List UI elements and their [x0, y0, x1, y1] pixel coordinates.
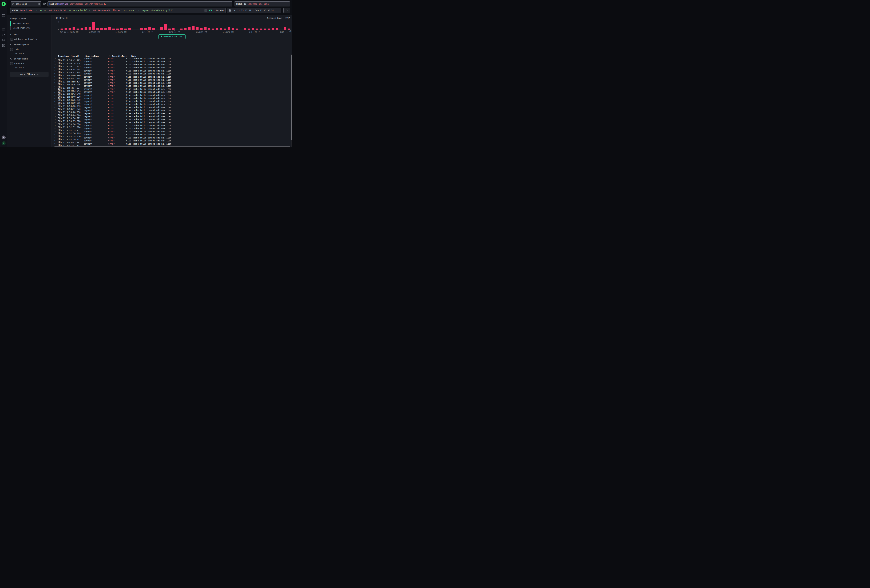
log-row[interactable]: >Jun 11 1:55:59.760 PMpaymenterrorVisa c… — [52, 75, 290, 79]
servicename-load-more[interactable]: Load more — [10, 67, 49, 69]
row-expand-chevron-icon[interactable]: > — [54, 73, 58, 75]
denoise-checkbox[interactable] — [10, 38, 13, 40]
row-expand-chevron-icon[interactable]: > — [54, 67, 58, 69]
dashboard-grid-icon[interactable] — [0, 43, 7, 48]
row-expand-chevron-icon[interactable]: > — [54, 82, 58, 84]
histogram-slot — [283, 22, 287, 30]
row-expand-chevron-icon[interactable]: > — [54, 91, 58, 93]
log-row[interactable]: >Jun 11 1:53:10.922 PMpaymenterrorVisa c… — [52, 118, 290, 121]
user-avatar[interactable]: U — [2, 141, 6, 145]
laptop-icon[interactable] — [0, 37, 7, 43]
row-expand-chevron-icon[interactable]: > — [54, 88, 58, 90]
row-expand-chevron-icon[interactable]: > — [54, 97, 58, 99]
sql-mode-option[interactable]: SQL — [209, 9, 213, 12]
table-options-kebab-icon[interactable]: ⋮ — [290, 55, 292, 57]
log-row[interactable]: >Jun 11 1:53:05.578 PMpaymenterrorVisa c… — [52, 121, 290, 124]
log-row[interactable]: >Jun 11 1:52:35.232 PMpaymenterrorVisa c… — [52, 130, 290, 133]
filter-option-info[interactable]: info — [10, 48, 49, 51]
query-token — [66, 9, 67, 12]
row-expand-chevron-icon[interactable]: > — [54, 140, 58, 142]
log-row[interactable]: >Jun 11 1:54:40.218 PMpaymenterrorVisa c… — [52, 97, 290, 100]
row-expand-chevron-icon[interactable]: > — [54, 64, 58, 65]
row-expand-chevron-icon[interactable]: > — [54, 58, 58, 60]
log-row[interactable]: >Jun 11 1:56:08.948 PMpaymenterrorVisa c… — [52, 69, 290, 72]
column-header-severitytext[interactable]: SeverityText — [112, 55, 130, 57]
line-chart-icon[interactable] — [0, 32, 7, 37]
row-expand-chevron-icon[interactable]: > — [54, 76, 58, 78]
log-row[interactable]: >Jun 11 1:54:06.953 PMpaymenterrorVisa c… — [52, 106, 290, 109]
row-expand-chevron-icon[interactable]: > — [54, 116, 58, 118]
log-row[interactable]: >Jun 11 1:55:16.296 PMpaymenterrorVisa c… — [52, 85, 290, 88]
row-expand-chevron-icon[interactable]: > — [54, 122, 58, 124]
row-expand-chevron-icon[interactable]: > — [54, 70, 58, 71]
log-row[interactable]: >Jun 11 1:52:30.469 PMpaymenterrorVisa c… — [52, 133, 290, 136]
panel-left-icon[interactable] — [0, 13, 7, 18]
search-icon[interactable] — [10, 58, 12, 60]
row-expand-chevron-icon[interactable]: > — [54, 85, 58, 87]
log-row[interactable]: >Jun 11 1:53:41.873 PMpaymenterrorVisa c… — [52, 109, 290, 112]
log-row[interactable]: >Jun 11 1:55:07.827 PMpaymenterrorVisa c… — [52, 88, 290, 91]
row-expand-chevron-icon[interactable]: > — [54, 137, 58, 138]
log-row[interactable]: >Jun 11 1:52:02.581 PMpaymenterrorVisa c… — [52, 142, 290, 146]
severitytext-load-more[interactable]: Load more — [10, 52, 49, 55]
hyperdx-logo-icon[interactable] — [1, 1, 6, 6]
column-header-timestamp[interactable]: Timestamp (Local) — [58, 55, 84, 57]
mode-event-patterns[interactable]: Event Patterns — [10, 26, 49, 30]
log-row[interactable]: >Jun 11 1:55:39.324 PMpaymenterrorVisa c… — [52, 82, 290, 85]
source-settings-button[interactable] — [43, 3, 46, 6]
histogram-bar — [152, 28, 155, 30]
column-header-body[interactable]: Body — [131, 55, 290, 57]
log-row[interactable]: >Jun 11 1:56:38.534 PMpaymenterrorVisa c… — [52, 63, 290, 66]
log-row[interactable]: >Jun 11 1:55:51.448 PMpaymenterrorVisa c… — [52, 79, 290, 82]
row-expand-chevron-icon[interactable]: > — [54, 131, 58, 132]
log-row[interactable]: >Jun 11 1:53:24.274 PMpaymenterrorVisa c… — [52, 115, 290, 118]
mode-results-table[interactable]: Results Table — [10, 21, 49, 26]
row-expand-chevron-icon[interactable]: > — [54, 143, 58, 145]
row-expand-chevron-icon[interactable]: > — [54, 112, 58, 114]
row-expand-chevron-icon[interactable]: > — [54, 100, 58, 102]
filter-option-checkout[interactable]: checkout — [10, 62, 49, 65]
row-expand-chevron-icon[interactable]: > — [54, 61, 58, 63]
log-row[interactable]: >Jun 11 1:56:03.248 PMpaymenterrorVisa c… — [52, 72, 290, 76]
log-row[interactable]: >Jun 11 1:54:43.948 PMpaymenterrorVisa c… — [52, 94, 290, 97]
checkout-checkbox[interactable] — [10, 62, 13, 65]
log-row[interactable]: >Jun 11 1:54:09.906 PMpaymenterrorVisa c… — [52, 103, 290, 106]
log-row[interactable]: >Jun 11 1:52:25.630 PMpaymenterrorVisa c… — [52, 136, 290, 139]
help-button[interactable]: ? — [2, 135, 6, 139]
row-expand-chevron-icon[interactable]: > — [54, 103, 58, 105]
log-row[interactable]: >Jun 11 1:56:32.843 PMpaymenterrorVisa c… — [52, 66, 290, 69]
log-row[interactable]: >Jun 11 1:53:00.676 PMpaymenterrorVisa c… — [52, 124, 290, 127]
select-query-input[interactable]: SELECT Timestamp, ServiceName, SeverityT… — [48, 1, 232, 6]
more-filters-button[interactable]: More filters — [10, 72, 49, 77]
log-row[interactable]: >Jun 11 1:53:26.250 PMpaymenterrorVisa c… — [52, 112, 290, 115]
log-row[interactable]: >Jun 11 1:54:52.241 PMpaymenterrorVisa c… — [52, 91, 290, 94]
log-row[interactable]: >Jun 11 1:52:19.473 PMpaymenterrorVisa c… — [52, 139, 290, 143]
search-icon[interactable] — [10, 44, 12, 46]
results-histogram[interactable]: 8 0 Jun 11 1:41:45 PM1:44:00 PM1:45:45 P… — [54, 22, 291, 33]
row-expand-chevron-icon[interactable]: > — [54, 128, 58, 130]
resume-live-tail-button[interactable]: Resume Live Tail — [158, 34, 186, 39]
row-expand-chevron-icon[interactable]: > — [54, 134, 58, 136]
log-row[interactable]: >Jun 11 1:52:51.824 PMpaymenterrorVisa c… — [52, 127, 290, 130]
row-expand-chevron-icon[interactable]: > — [54, 125, 58, 127]
row-expand-chevron-icon[interactable]: > — [54, 79, 58, 81]
info-checkbox[interactable] — [10, 48, 13, 51]
vertical-scrollbar[interactable] — [290, 54, 292, 147]
vertical-scrollbar-thumb[interactable] — [291, 55, 292, 140]
source-select[interactable]: Demo Logs — [10, 1, 42, 6]
column-header-servicename[interactable]: ServiceName — [85, 55, 110, 57]
orderby-query-input[interactable]: ORDER BY TimestampTime DESC — [234, 1, 290, 6]
run-query-button[interactable] — [283, 8, 290, 13]
row-expand-chevron-icon[interactable]: > — [54, 119, 58, 121]
log-row[interactable]: >Jun 11 1:54:26.230 PMpaymenterrorVisa c… — [52, 100, 290, 103]
denoise-results-toggle[interactable]: Denoise Results — [10, 38, 49, 40]
where-query-input[interactable]: WHERE SeverityText = 'error' AND Body IL… — [10, 8, 225, 13]
time-range-picker[interactable]: Jun 11 13:41:52 - Jun 11 13:56:52 — [227, 8, 281, 13]
row-expand-chevron-icon[interactable]: > — [54, 94, 58, 96]
notebook-list-icon[interactable] — [0, 27, 7, 32]
log-row[interactable]: >Jun 11 1:56:42.995 PMpaymenterrorVisa c… — [52, 60, 290, 63]
row-expand-chevron-icon[interactable]: > — [54, 106, 58, 108]
lucene-mode-option[interactable]: Lucene — [216, 9, 223, 12]
horizontal-scrollbar-thumb[interactable] — [54, 146, 290, 147]
row-expand-chevron-icon[interactable]: > — [54, 109, 58, 111]
